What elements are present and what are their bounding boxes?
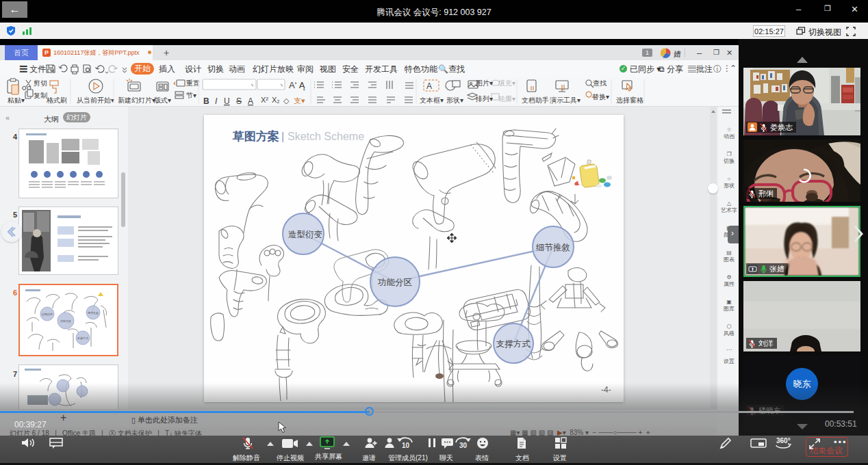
svg-text:功能分区: 功能分区 (60, 319, 71, 323)
svg-text:填充▾: 填充▾ (498, 79, 515, 87)
svg-text:A: A (248, 96, 253, 106)
svg-text:复制: 复制 (34, 92, 47, 99)
svg-text:草图方案: 草图方案 (232, 129, 279, 143)
svg-text:Aʹ Ą: Aʹ Ą (289, 80, 305, 90)
svg-text:30: 30 (459, 442, 468, 449)
svg-text:替换▾: 替换▾ (592, 93, 609, 101)
svg-text:Sketch Scheme: Sketch Scheme (288, 131, 364, 142)
svg-text:演示工具▾: 演示工具▾ (550, 96, 580, 104)
svg-text:◇: ◇ (283, 96, 290, 105)
svg-text:轮廓▾: 轮廓▾ (498, 95, 515, 103)
svg-text:文本框▾: 文本框▾ (420, 96, 444, 104)
svg-text:U: U (224, 96, 230, 106)
svg-text:格式刷: 格式刷 (46, 96, 67, 104)
svg-text:X₂: X₂ (272, 96, 280, 104)
svg-text:I: I (215, 96, 218, 106)
svg-text:A: A (426, 81, 432, 91)
svg-text:文档助手: 文档助手 (522, 96, 549, 104)
svg-text:S: S (236, 96, 242, 106)
svg-text:新建幻灯片▾: 新建幻灯片▾ (118, 96, 155, 104)
svg-text:剪切: 剪切 (34, 79, 47, 87)
svg-text:查找: 查找 (593, 79, 607, 87)
svg-text:造型衍变: 造型衍变 (288, 230, 322, 239)
svg-text:从当前开始▾: 从当前开始▾ (77, 96, 114, 104)
svg-text:X²: X² (261, 96, 268, 104)
svg-text:图片▾: 图片▾ (476, 79, 493, 87)
svg-text:粘贴▾: 粘贴▾ (8, 96, 25, 104)
svg-text:选择窗格: 选择窗格 (616, 96, 643, 104)
svg-text:|: | (281, 131, 284, 142)
svg-text:细节推敘: 细节推敘 (536, 243, 570, 252)
svg-text:重置: 重置 (186, 79, 200, 87)
svg-text:支▾: 支▾ (294, 96, 305, 105)
svg-text:360°: 360° (776, 437, 791, 444)
svg-text:支撑方式: 支撑方式 (496, 339, 531, 349)
svg-text:形状▾: 形状▾ (446, 96, 463, 104)
svg-text:10: 10 (402, 442, 410, 449)
svg-text:功能分区: 功能分区 (377, 278, 413, 287)
svg-text:B: B (203, 96, 209, 106)
svg-text:排列▾: 排列▾ (475, 95, 493, 103)
svg-text:节▾: 节▾ (186, 92, 196, 99)
svg-text:版式▾: 版式▾ (154, 96, 171, 104)
svg-text:-4-: -4- (601, 385, 611, 395)
